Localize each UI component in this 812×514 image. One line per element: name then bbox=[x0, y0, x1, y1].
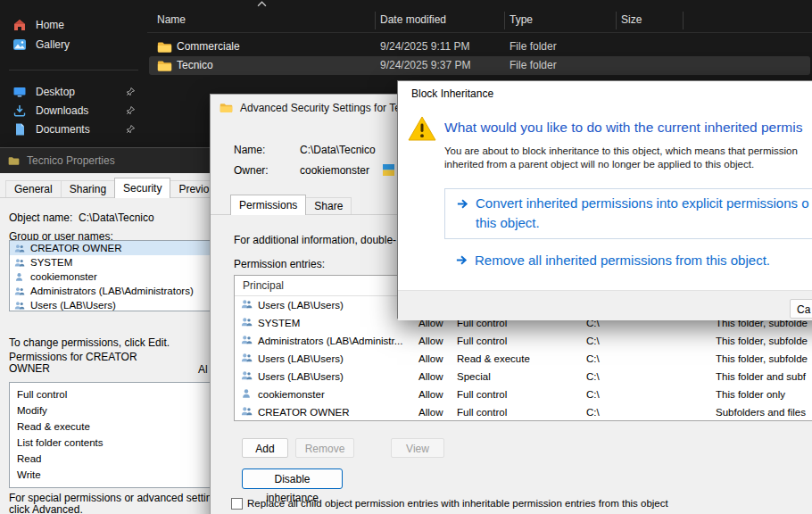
users-icon bbox=[240, 335, 253, 345]
entry-applies-to: Subfolders and files bbox=[716, 407, 806, 418]
sidebar-item-label: Downloads bbox=[36, 104, 88, 117]
arrow-right-icon bbox=[456, 197, 469, 211]
users-icon bbox=[240, 299, 253, 310]
owner-label: Owner: bbox=[234, 164, 269, 177]
name-label: Name: bbox=[234, 144, 265, 156]
view-button[interactable]: View bbox=[391, 438, 444, 458]
desktop-screen: Home Gallery Desktop Downloads Documents bbox=[0, 0, 812, 514]
folder-icon bbox=[157, 60, 172, 72]
group-name: SYSTEM bbox=[30, 257, 72, 268]
object-name-value: C:\Data\Tecnico bbox=[79, 211, 154, 224]
column-header-principal[interactable]: Principal bbox=[243, 279, 284, 292]
entry-principal: SYSTEM bbox=[258, 318, 300, 328]
sidebar-item-desktop[interactable]: Desktop bbox=[7, 82, 141, 102]
file-row-tecnico[interactable]: Tecnico 9/24/2025 9:37 PM File folder bbox=[149, 56, 810, 75]
users-icon bbox=[240, 352, 253, 363]
group-name: Users (LAB\Users) bbox=[30, 300, 116, 311]
folder-icon bbox=[157, 41, 172, 54]
command-link-text: Remove all inherited permissions from th… bbox=[475, 253, 770, 268]
entry-type: Allow bbox=[418, 336, 443, 346]
column-header-type[interactable]: Type bbox=[510, 13, 533, 26]
tab-security[interactable]: Security bbox=[114, 178, 170, 198]
entry-applies-to: This folder only bbox=[716, 389, 785, 400]
command-link-remove[interactable]: Remove all inherited permissions from th… bbox=[444, 251, 812, 272]
entry-access: Full control bbox=[457, 336, 507, 346]
command-link-text-line2: this object. bbox=[476, 215, 540, 230]
dialog-footer: Ca bbox=[398, 290, 812, 320]
entry-inherited-from: C:\ bbox=[586, 336, 600, 346]
permission-name: Modify bbox=[17, 405, 47, 416]
permission-name: Read & execute bbox=[17, 421, 90, 432]
user-icon bbox=[13, 272, 25, 282]
entry-applies-to: This folder and subf bbox=[716, 371, 806, 382]
owner-avatar-icon bbox=[383, 164, 394, 176]
column-divider[interactable] bbox=[616, 12, 617, 29]
tab-permissions[interactable]: Permissions bbox=[230, 195, 306, 215]
users-icon bbox=[240, 370, 253, 381]
entry-inherited-from: C:\ bbox=[586, 389, 600, 400]
entry-applies-to: This folder, subfolde bbox=[716, 353, 808, 364]
entry-type: Allow bbox=[418, 353, 443, 364]
advanced-note-line1: For special permissions or advanced sett… bbox=[9, 492, 226, 504]
tab-share[interactable]: Share bbox=[305, 197, 352, 215]
entry-access: Read & execute bbox=[457, 353, 530, 364]
sidebar-item-downloads[interactable]: Downloads bbox=[7, 101, 141, 120]
main-instruction: What would you like to do with the curre… bbox=[444, 120, 812, 136]
column-header-name[interactable]: Name bbox=[157, 13, 186, 26]
entry-inherited-from: C:\ bbox=[586, 407, 600, 418]
entry-row[interactable]: cookiemonster Allow Full control C:\ Thi… bbox=[235, 386, 812, 403]
group-name: cookiemonster bbox=[30, 271, 97, 282]
column-divider[interactable] bbox=[504, 12, 505, 29]
tab-general[interactable]: General bbox=[5, 180, 62, 198]
entry-row[interactable]: Users (LAB\Users) Allow Read & execute C… bbox=[235, 350, 812, 368]
file-name: Commerciale bbox=[177, 40, 240, 53]
group-name: CREATOR OWNER bbox=[30, 243, 121, 253]
replace-permissions-checkbox[interactable] bbox=[231, 498, 243, 510]
sidebar-item-documents[interactable]: Documents bbox=[7, 120, 141, 139]
entry-row[interactable]: CREATOR OWNER Allow Full control C:\ Sub… bbox=[235, 403, 812, 421]
entry-inherited-from: C:\ bbox=[586, 371, 600, 382]
entry-principal: Users (LAB\Users) bbox=[258, 300, 344, 311]
edit-note: To change permissions, click Edit. bbox=[9, 336, 170, 349]
permission-name: Full control bbox=[17, 389, 67, 400]
entry-access: Special bbox=[457, 371, 491, 382]
command-link-text-line1: Convert inherited permissions into expli… bbox=[476, 195, 809, 211]
users-icon bbox=[13, 286, 25, 296]
pin-icon bbox=[125, 124, 136, 135]
dialog-title: Tecnico Properties bbox=[27, 154, 115, 167]
desktop-icon bbox=[12, 85, 27, 99]
downloads-icon bbox=[12, 104, 27, 118]
allow-column-header: Al bbox=[198, 363, 208, 376]
sidebar-item-gallery[interactable]: Gallery bbox=[7, 35, 141, 54]
entry-applies-to: This folder, subfolde bbox=[716, 336, 808, 346]
add-button[interactable]: Add bbox=[242, 438, 288, 458]
sidebar-item-label: Documents bbox=[36, 123, 90, 136]
entry-row[interactable]: Users (LAB\Users) Allow Special C:\ This… bbox=[235, 368, 812, 386]
user-icon bbox=[240, 388, 253, 399]
entry-principal: Administrators (LAB\Administr... bbox=[258, 336, 402, 346]
cancel-button[interactable]: Ca bbox=[790, 299, 812, 319]
gallery-icon bbox=[12, 37, 27, 52]
entry-type: Allow bbox=[418, 407, 443, 418]
replace-permissions-label: Replace all child object permission entr… bbox=[247, 498, 668, 509]
permission-name: List folder contents bbox=[17, 437, 104, 448]
tab-sharing[interactable]: Sharing bbox=[61, 180, 115, 198]
column-divider[interactable] bbox=[683, 12, 684, 29]
column-divider[interactable] bbox=[375, 12, 376, 29]
file-row-commerciale[interactable]: Commerciale 9/24/2025 9:11 PM File folde… bbox=[149, 37, 810, 56]
remove-button[interactable]: Remove bbox=[295, 438, 354, 458]
column-header-size[interactable]: Size bbox=[621, 13, 642, 26]
chevron-up-sort-icon bbox=[257, 1, 267, 7]
disable-inheritance-button[interactable]: Disable inheritance bbox=[242, 468, 343, 489]
sidebar-item-home[interactable]: Home bbox=[7, 15, 141, 35]
file-date-modified: 9/24/2025 9:11 PM bbox=[380, 40, 470, 53]
column-header-date-modified[interactable]: Date modified bbox=[380, 13, 446, 26]
folder-icon bbox=[8, 156, 20, 166]
pin-icon bbox=[125, 87, 136, 97]
entry-row[interactable]: Administrators (LAB\Administr... Allow F… bbox=[235, 332, 812, 350]
sidebar-divider bbox=[9, 70, 138, 70]
permissions-for-label: Permissions for CREATOR OWNER bbox=[9, 352, 152, 375]
command-link-convert[interactable]: Convert inherited permissions into expli… bbox=[444, 188, 812, 239]
block-titlebar: Block Inheritance bbox=[398, 81, 812, 106]
body-text-line2: inherited from a parent object will no l… bbox=[444, 159, 812, 170]
